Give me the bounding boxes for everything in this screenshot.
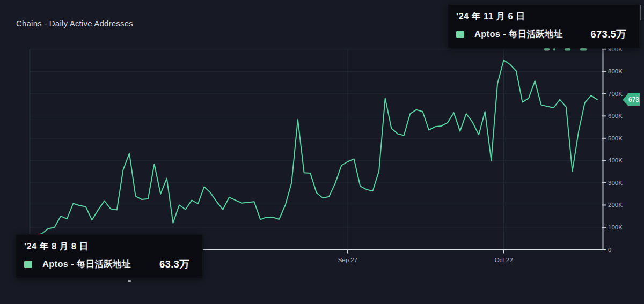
series-label: Aptos - 每日活跃地址 (42, 258, 131, 270)
y-tick-label: 200K (608, 202, 623, 208)
x-tick-label: Oct 22 (495, 257, 513, 263)
series-label: Aptos - 每日活跃地址 (474, 28, 563, 40)
tooltip-date: '24 年 8 月 8 日 (24, 241, 189, 253)
y-tick-label: 600K (608, 113, 623, 119)
scrollbar-fragment (640, 5, 641, 20)
x-tick-label: Sep 27 (338, 257, 357, 263)
y-tick-label: 0 (608, 247, 611, 253)
series-value: 63.3万 (159, 257, 189, 271)
aptos-series-line (30, 60, 597, 238)
series-value: 673.5万 (590, 27, 626, 41)
clipped-peak-dash (544, 48, 550, 51)
clipped-peak-dash (553, 48, 555, 51)
stray-tick-artifact (128, 280, 131, 282)
series-color-swatch (24, 261, 32, 268)
y-tick-label: 400K (608, 157, 623, 164)
y-tick-label: 300K (608, 180, 623, 186)
tooltip-nov-6: '24 年 11 月 6 日 Aptos - 每日活跃地址 673.5万 (448, 4, 640, 48)
y-tick-label: 100K (608, 224, 623, 231)
series-color-swatch (456, 31, 464, 38)
tooltip-series-row: Aptos - 每日活跃地址 63.3万 (24, 257, 189, 271)
clipped-peak-dash (565, 48, 570, 51)
y-tick-label: 800K (608, 68, 623, 75)
tooltip-aug-8: '24 年 8 月 8 日 Aptos - 每日活跃地址 63.3万 (16, 234, 203, 278)
tooltip-series-row: Aptos - 每日活跃地址 673.5万 (456, 27, 626, 41)
tooltip-date: '24 年 11 月 6 日 (456, 11, 626, 23)
clipped-peak-dash (580, 48, 587, 51)
y-tick-label: 500K (608, 135, 623, 142)
y-tick-label: 700K (608, 91, 623, 97)
last-value-tag-label: 673.5万 (628, 96, 640, 103)
